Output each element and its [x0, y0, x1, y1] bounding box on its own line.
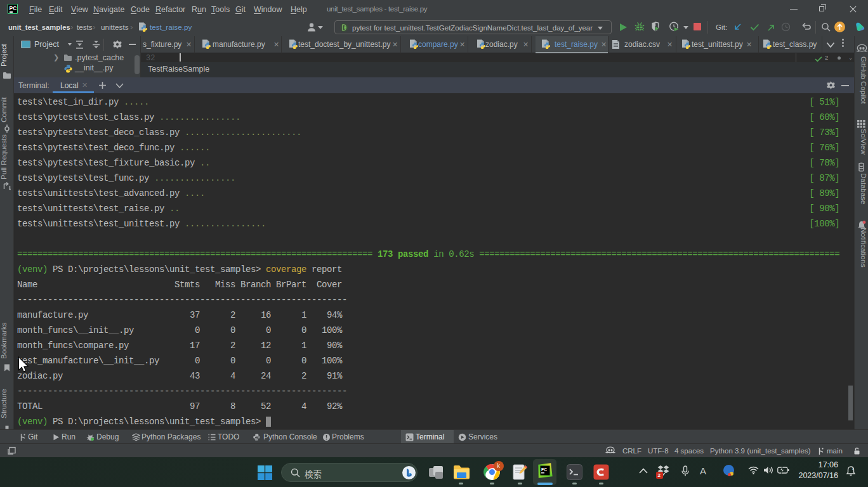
svg-text:z: z — [852, 467, 854, 471]
svg-text:PC: PC — [541, 467, 547, 472]
